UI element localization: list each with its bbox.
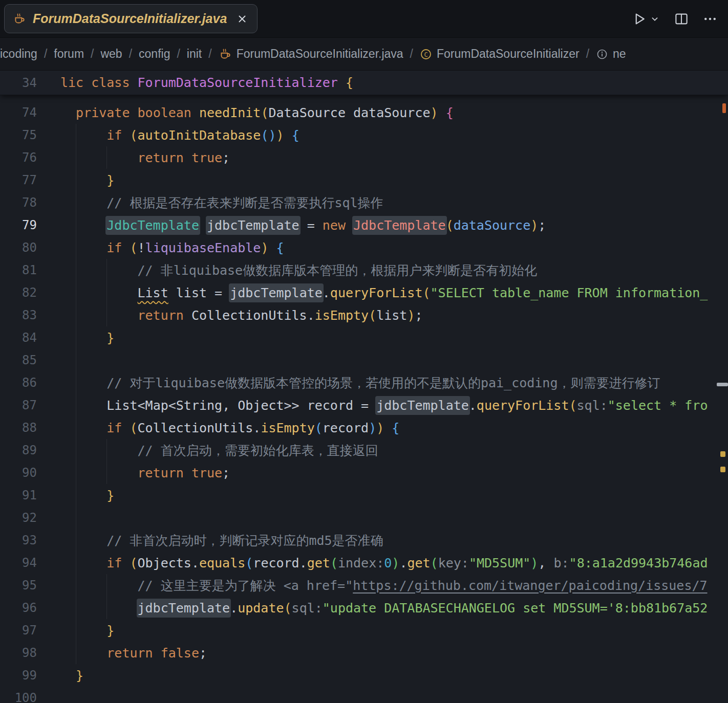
tab-forumdatasourceinitializer-java[interactable]: ForumDataSourceInitializer.java bbox=[4, 4, 258, 33]
code-text[interactable]: // 非首次启动时，判断记录对应的md5是否准确 bbox=[37, 532, 383, 549]
code-line-95[interactable]: 95 // 这里主要是为了解决 <a href="https://github.… bbox=[0, 574, 728, 597]
line-number[interactable]: 98 bbox=[0, 646, 37, 660]
code-line-94[interactable]: 94 if (Objects.equals(record.get(index:0… bbox=[0, 552, 728, 574]
code-line-83[interactable]: 83 return CollectionUtils.isEmpty(list); bbox=[0, 304, 728, 326]
code-line-88[interactable]: 88 if (CollectionUtils.isEmpty(record)) … bbox=[0, 416, 728, 439]
code-line-93[interactable]: 93 // 非首次启动时，判断记录对应的md5是否准确 bbox=[0, 529, 728, 552]
code-line-74[interactable]: 74 private boolean needInit(DataSource d… bbox=[0, 101, 728, 124]
line-number[interactable]: 97 bbox=[0, 623, 37, 638]
code-line-91[interactable]: 91 } bbox=[0, 484, 728, 507]
code-text[interactable]: if (CollectionUtils.isEmpty(record)) { bbox=[37, 421, 399, 435]
code-line-80[interactable]: 80 if (!liquibaseEnable) { bbox=[0, 236, 728, 259]
line-number[interactable]: 80 bbox=[0, 240, 37, 255]
close-icon[interactable] bbox=[237, 13, 248, 25]
line-number[interactable]: 79 bbox=[0, 218, 37, 232]
line-number[interactable]: 86 bbox=[0, 376, 37, 390]
code-line-81[interactable]: 81 // 非liquibase做数据库版本管理的，根据用户来判断是否有初始化 bbox=[0, 259, 728, 281]
breadcrumb-item[interactable]: CForumDataSourceInitializer bbox=[420, 47, 580, 61]
line-number[interactable]: 95 bbox=[0, 578, 37, 592]
more-actions-button[interactable] bbox=[702, 11, 718, 27]
line-number[interactable]: 92 bbox=[0, 511, 37, 525]
line-number[interactable]: 75 bbox=[0, 128, 37, 142]
line-number[interactable]: 100 bbox=[0, 691, 37, 703]
line-number[interactable]: 91 bbox=[0, 488, 37, 502]
code-line-85[interactable]: 85 bbox=[0, 349, 728, 371]
code-line-79[interactable]: 79 JdbcTemplate jdbcTemplate = new JdbcT… bbox=[0, 214, 728, 236]
line-number[interactable]: 76 bbox=[0, 150, 37, 165]
line-number[interactable]: 94 bbox=[0, 556, 37, 570]
code-line-96[interactable]: 96 jdbcTemplate.update(sql:"update DATAB… bbox=[0, 597, 728, 619]
line-number[interactable]: 93 bbox=[0, 533, 37, 547]
code-line-100[interactable]: 100 bbox=[0, 687, 728, 703]
line-number[interactable]: 34 bbox=[0, 76, 37, 90]
code-line-86[interactable]: 86 // 对于liquibase做数据版本管控的场景，若使用的不是默认的pai… bbox=[0, 371, 728, 394]
code-line-78[interactable]: 78 // 根据是否存在表来判断是否需要执行sql操作 bbox=[0, 191, 728, 214]
code-text[interactable]: if (!liquibaseEnable) { bbox=[37, 240, 284, 255]
code-text[interactable]: if (Objects.equals(record.get(index:0).g… bbox=[37, 556, 708, 570]
line-number[interactable]: 81 bbox=[0, 263, 37, 277]
split-editor-button[interactable] bbox=[674, 11, 689, 27]
code-text[interactable]: // 首次启动，需要初始化库表，直接返回 bbox=[37, 442, 378, 459]
error-stripe-warning-1[interactable] bbox=[720, 451, 725, 457]
code-line-97[interactable]: 97 } bbox=[0, 619, 728, 642]
code-text[interactable]: // 对于liquibase做数据版本管控的场景，若使用的不是默认的pai_co… bbox=[37, 375, 660, 391]
code-text[interactable]: return CollectionUtils.isEmpty(list); bbox=[37, 308, 423, 323]
code-text[interactable]: // 非liquibase做数据库版本管理的，根据用户来判断是否有初始化 bbox=[37, 262, 537, 279]
code-text[interactable]: return true; bbox=[37, 150, 230, 165]
breadcrumb-item[interactable]: ne bbox=[596, 47, 626, 61]
code-text[interactable]: } bbox=[37, 623, 114, 638]
code-text[interactable]: List<Map<String, Object>> record = jdbcT… bbox=[37, 398, 708, 413]
code-line-92[interactable]: 92 bbox=[0, 507, 728, 529]
line-number[interactable]: 89 bbox=[0, 443, 37, 457]
code-text[interactable]: } bbox=[37, 173, 114, 188]
error-stripe-warning-top[interactable] bbox=[722, 103, 726, 113]
code-text[interactable]: List list = jdbcTemplate.queryForList("S… bbox=[37, 285, 708, 300]
run-button[interactable] bbox=[632, 11, 647, 27]
run-options-button[interactable] bbox=[649, 13, 660, 25]
code-line-98[interactable]: 98 return false; bbox=[0, 642, 728, 664]
code-line-77[interactable]: 77 } bbox=[0, 169, 728, 191]
breadcrumb-item[interactable]: forum bbox=[54, 47, 84, 61]
code-text[interactable]: JdbcTemplate jdbcTemplate = new JdbcTemp… bbox=[37, 218, 546, 233]
code-line-76[interactable]: 76 return true; bbox=[0, 146, 728, 169]
breadcrumb-item[interactable]: icoding bbox=[0, 47, 37, 61]
code-text[interactable]: } bbox=[37, 488, 114, 503]
code-text[interactable]: // 这里主要是为了解决 <a href="https://github.com… bbox=[37, 577, 708, 594]
line-number[interactable]: 96 bbox=[0, 601, 37, 615]
line-number[interactable]: 85 bbox=[0, 353, 37, 367]
line-number[interactable]: 74 bbox=[0, 105, 37, 120]
sticky-scroll-line[interactable]: 34lic class ForumDataSourceInitializer { bbox=[0, 71, 728, 95]
breadcrumb-item[interactable]: web bbox=[100, 47, 122, 61]
line-number[interactable]: 84 bbox=[0, 331, 37, 345]
scroll-position-dash[interactable] bbox=[717, 383, 728, 386]
line-number[interactable]: 87 bbox=[0, 398, 37, 412]
line-number[interactable]: 83 bbox=[0, 308, 37, 322]
code-line-89[interactable]: 89 // 首次启动，需要初始化库表，直接返回 bbox=[0, 439, 728, 462]
code-line-34[interactable]: 34lic class ForumDataSourceInitializer { bbox=[0, 71, 728, 95]
code-editor[interactable]: 34lic class ForumDataSourceInitializer {… bbox=[0, 71, 728, 703]
code-text[interactable]: // 根据是否存在表来判断是否需要执行sql操作 bbox=[37, 194, 383, 211]
line-number[interactable]: 78 bbox=[0, 195, 37, 210]
code-text[interactable]: } bbox=[37, 331, 114, 345]
breadcrumb-item[interactable]: ForumDataSourceInitializer.java bbox=[219, 47, 403, 61]
line-number[interactable]: 99 bbox=[0, 668, 37, 683]
code-text[interactable]: jdbcTemplate.update(sql:"update DATABASE… bbox=[37, 601, 708, 616]
code-line-99[interactable]: 99 } bbox=[0, 664, 728, 687]
line-number[interactable]: 82 bbox=[0, 285, 37, 300]
line-number[interactable]: 77 bbox=[0, 173, 37, 187]
error-stripe-warning-2[interactable] bbox=[720, 467, 725, 472]
breadcrumb-item[interactable]: config bbox=[139, 47, 170, 61]
code-text[interactable]: if (autoInitDatabase()) { bbox=[37, 128, 299, 143]
code-text[interactable]: } bbox=[37, 668, 83, 683]
line-number[interactable]: 90 bbox=[0, 466, 37, 480]
code-line-82[interactable]: 82 List list = jdbcTemplate.queryForList… bbox=[0, 281, 728, 304]
code-line-87[interactable]: 87 List<Map<String, Object>> record = jd… bbox=[0, 394, 728, 416]
code-line-90[interactable]: 90 return true; bbox=[0, 462, 728, 484]
code-text[interactable]: return true; bbox=[37, 466, 230, 480]
code-text[interactable]: lic class ForumDataSourceInitializer { bbox=[37, 75, 353, 90]
code-line-75[interactable]: 75 if (autoInitDatabase()) { bbox=[0, 124, 728, 146]
code-text[interactable]: private boolean needInit(DataSource data… bbox=[37, 105, 454, 120]
line-number[interactable]: 88 bbox=[0, 421, 37, 435]
code-text[interactable]: return false; bbox=[37, 646, 207, 661]
code-line-84[interactable]: 84 } bbox=[0, 326, 728, 349]
